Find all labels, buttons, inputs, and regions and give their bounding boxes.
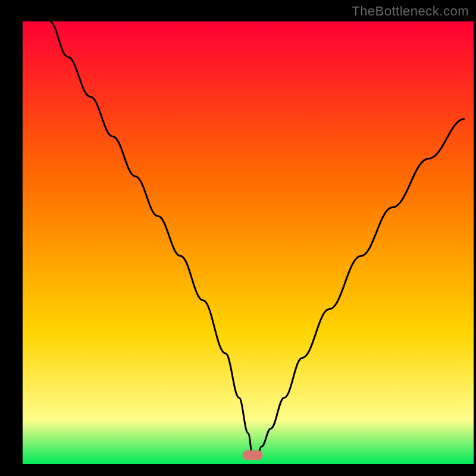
attribution-text: TheBottleneck.com bbox=[352, 4, 469, 19]
bottleneck-chart bbox=[0, 0, 476, 476]
plot-background bbox=[23, 21, 474, 464]
min-marker bbox=[243, 450, 263, 460]
chart-frame: TheBottleneck.com bbox=[0, 0, 476, 476]
